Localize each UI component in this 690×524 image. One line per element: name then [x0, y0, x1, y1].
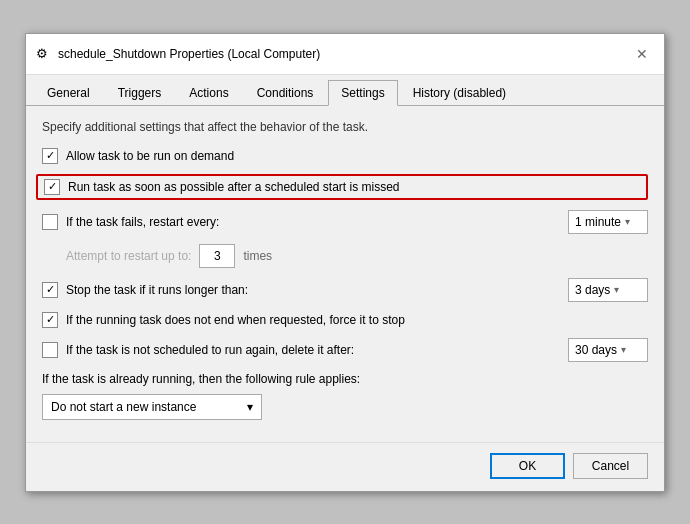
checkbox-run-asap[interactable]	[44, 179, 60, 195]
times-label: times	[243, 249, 272, 263]
delete-after-dropdown-container: 30 days ▾	[568, 338, 648, 362]
restart-attempts-input[interactable]	[199, 244, 235, 268]
tab-history[interactable]: History (disabled)	[400, 80, 519, 106]
label-run-on-demand: Allow task to be run on demand	[66, 149, 648, 163]
settings-content: Specify additional settings that affect …	[26, 106, 664, 442]
window-title: schedule_Shutdown Properties (Local Comp…	[58, 47, 320, 61]
option-stop-long: Stop the task if it runs longer than: 3 …	[42, 278, 648, 302]
rule-dropdown[interactable]: Do not start a new instance ▾	[42, 394, 262, 420]
dropdown-arrow: ▾	[625, 216, 630, 227]
title-bar: ⚙ schedule_Shutdown Properties (Local Co…	[26, 34, 664, 75]
option-run-asap: Run task as soon as possible after a sch…	[36, 174, 648, 200]
label-run-asap: Run task as soon as possible after a sch…	[68, 180, 640, 194]
main-window: ⚙ schedule_Shutdown Properties (Local Co…	[25, 33, 665, 492]
option-restart: If the task fails, restart every: 1 minu…	[42, 210, 648, 234]
checkbox-stop-long[interactable]	[42, 282, 58, 298]
cancel-button[interactable]: Cancel	[573, 453, 648, 479]
description-text: Specify additional settings that affect …	[42, 120, 648, 134]
checkbox-run-on-demand[interactable]	[42, 148, 58, 164]
window-icon: ⚙	[36, 46, 52, 62]
footer: OK Cancel	[26, 442, 664, 491]
checkbox-force-stop[interactable]	[42, 312, 58, 328]
tab-triggers[interactable]: Triggers	[105, 80, 175, 106]
title-bar-left: ⚙ schedule_Shutdown Properties (Local Co…	[36, 46, 320, 62]
option-force-stop: If the running task does not end when re…	[42, 312, 648, 328]
rule-section: If the task is already running, then the…	[42, 372, 648, 420]
tab-conditions[interactable]: Conditions	[244, 80, 327, 106]
label-restart-attempts: Attempt to restart up to:	[66, 249, 191, 263]
dropdown-arrow-3: ▾	[621, 344, 626, 355]
ok-button[interactable]: OK	[490, 453, 565, 479]
checkbox-restart[interactable]	[42, 214, 58, 230]
rule-label: If the task is already running, then the…	[42, 372, 648, 386]
dropdown-arrow-2: ▾	[614, 284, 619, 295]
checkbox-delete-after[interactable]	[42, 342, 58, 358]
delete-after-dropdown[interactable]: 30 days ▾	[568, 338, 648, 362]
label-delete-after: If the task is not scheduled to run agai…	[66, 343, 560, 357]
label-stop-long: Stop the task if it runs longer than:	[66, 283, 560, 297]
restart-dropdown-container: 1 minute ▾	[568, 210, 648, 234]
option-delete-after: If the task is not scheduled to run agai…	[42, 338, 648, 362]
label-restart: If the task fails, restart every:	[66, 215, 560, 229]
rule-dropdown-arrow: ▾	[247, 400, 253, 414]
tab-general[interactable]: General	[34, 80, 103, 106]
label-force-stop: If the running task does not end when re…	[66, 313, 648, 327]
option-run-on-demand: Allow task to be run on demand	[42, 148, 648, 164]
restart-interval-dropdown[interactable]: 1 minute ▾	[568, 210, 648, 234]
stop-long-dropdown[interactable]: 3 days ▾	[568, 278, 648, 302]
close-button[interactable]: ✕	[630, 42, 654, 66]
stop-long-dropdown-container: 3 days ▾	[568, 278, 648, 302]
tab-actions[interactable]: Actions	[176, 80, 241, 106]
tab-settings[interactable]: Settings	[328, 80, 397, 106]
tab-bar: General Triggers Actions Conditions Sett…	[26, 75, 664, 106]
sub-row-restart-attempts: Attempt to restart up to: times	[66, 244, 648, 268]
